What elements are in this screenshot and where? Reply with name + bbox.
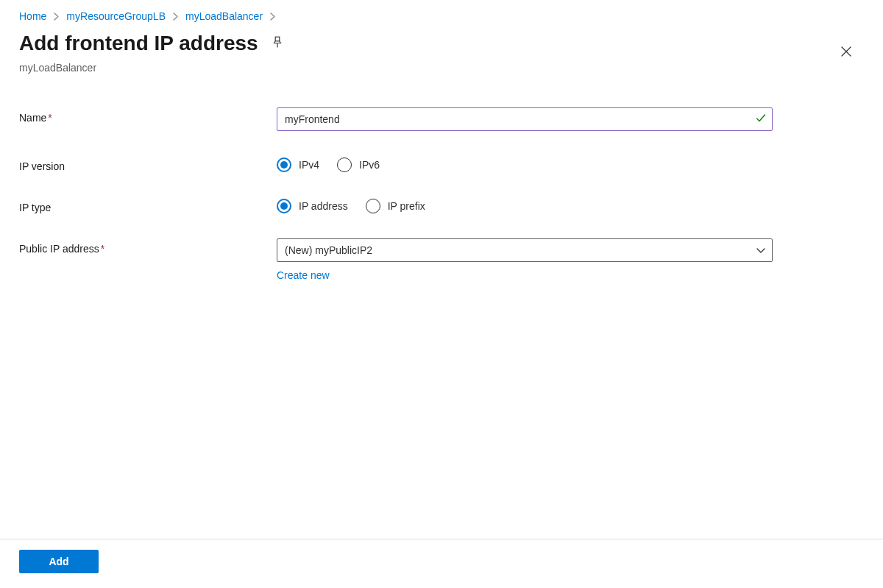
radio-label: IPv6 — [359, 159, 380, 171]
add-button[interactable]: Add — [19, 550, 99, 573]
chevron-down-icon — [756, 244, 765, 256]
ip-type-prefix-radio[interactable]: IP prefix — [366, 199, 425, 213]
radio-label: IP prefix — [388, 200, 425, 212]
name-input[interactable] — [277, 107, 773, 131]
close-button[interactable] — [836, 41, 857, 62]
page-title: Add frontend IP address — [19, 31, 258, 56]
page-subtitle: myLoadBalancer — [19, 62, 864, 74]
public-ip-label: Public IP address* — [19, 238, 277, 255]
breadcrumb-load-balancer[interactable]: myLoadBalancer — [185, 10, 263, 22]
checkmark-icon — [755, 112, 767, 126]
breadcrumb: Home myResourceGroupLB myLoadBalancer — [19, 10, 864, 22]
ip-version-ipv4-radio[interactable]: IPv4 — [277, 157, 319, 172]
ip-version-label: IP version — [19, 156, 277, 172]
public-ip-select[interactable]: (New) myPublicIP2 — [277, 238, 773, 262]
breadcrumb-resource-group[interactable]: myResourceGroupLB — [66, 10, 166, 22]
create-new-public-ip-link[interactable]: Create new — [277, 269, 330, 281]
chevron-right-icon — [173, 13, 178, 21]
footer: Add — [0, 539, 883, 588]
ip-version-radio-group: IPv4 IPv6 — [277, 156, 773, 172]
breadcrumb-home[interactable]: Home — [19, 10, 46, 22]
svg-rect-0 — [275, 37, 280, 41]
ip-type-address-radio[interactable]: IP address — [277, 199, 348, 213]
radio-label: IP address — [299, 200, 348, 212]
ip-type-radio-group: IP address IP prefix — [277, 197, 773, 213]
chevron-right-icon — [270, 13, 275, 21]
frontend-ip-form: Name* IP version IPv4 — [19, 107, 864, 281]
radio-label: IPv4 — [299, 159, 319, 171]
name-label: Name* — [19, 107, 277, 124]
ip-type-label: IP type — [19, 197, 277, 213]
select-value: (New) myPublicIP2 — [285, 244, 372, 256]
ip-version-ipv6-radio[interactable]: IPv6 — [337, 157, 380, 172]
chevron-right-icon — [54, 13, 59, 21]
pin-icon[interactable] — [272, 36, 283, 50]
